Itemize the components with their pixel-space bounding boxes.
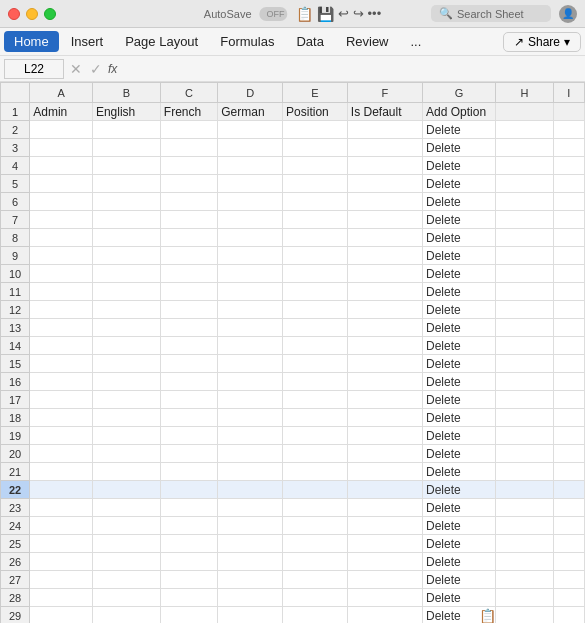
cell-7-8[interactable] [553, 211, 584, 229]
minimize-button[interactable] [26, 8, 38, 20]
header-cell-2[interactable]: French [160, 103, 217, 121]
cell-27-1[interactable] [92, 571, 160, 589]
cell-15-7[interactable] [496, 355, 553, 373]
cell-17-7[interactable] [496, 391, 553, 409]
cell-4-5[interactable] [347, 157, 422, 175]
cell-28-6[interactable]: Delete [423, 589, 496, 607]
cell-16-0[interactable] [30, 373, 93, 391]
cell-26-0[interactable] [30, 553, 93, 571]
header-cell-4[interactable]: Position [283, 103, 348, 121]
row-num-23[interactable]: 23 [1, 499, 30, 517]
header-cell-1[interactable]: English [92, 103, 160, 121]
row-num-18[interactable]: 18 [1, 409, 30, 427]
user-avatar[interactable]: 👤 [559, 5, 577, 23]
cell-15-4[interactable] [283, 355, 348, 373]
cell-2-5[interactable] [347, 121, 422, 139]
cell-16-8[interactable] [553, 373, 584, 391]
cell-29-8[interactable] [553, 607, 584, 624]
cell-26-6[interactable]: Delete [423, 553, 496, 571]
cell-7-5[interactable] [347, 211, 422, 229]
row-num-11[interactable]: 11 [1, 283, 30, 301]
cell-20-4[interactable] [283, 445, 348, 463]
cell-15-2[interactable] [160, 355, 217, 373]
autosave-toggle[interactable]: OFF [260, 7, 288, 21]
cell-19-0[interactable] [30, 427, 93, 445]
cell-3-1[interactable] [92, 139, 160, 157]
cell-3-0[interactable] [30, 139, 93, 157]
search-box[interactable]: 🔍 Search Sheet [431, 5, 551, 22]
cell-29-1[interactable] [92, 607, 160, 624]
cell-10-8[interactable] [553, 265, 584, 283]
cell-19-1[interactable] [92, 427, 160, 445]
cell-20-6[interactable]: Delete [423, 445, 496, 463]
cell-7-4[interactable] [283, 211, 348, 229]
cell-22-8[interactable] [553, 481, 584, 499]
cell-15-5[interactable] [347, 355, 422, 373]
cell-21-4[interactable] [283, 463, 348, 481]
cell-17-2[interactable] [160, 391, 217, 409]
col-header-e[interactable]: E [283, 83, 348, 103]
cell-2-7[interactable] [496, 121, 553, 139]
cell-25-0[interactable] [30, 535, 93, 553]
cell-28-0[interactable] [30, 589, 93, 607]
cell-10-1[interactable] [92, 265, 160, 283]
cell-12-0[interactable] [30, 301, 93, 319]
row-num-7[interactable]: 7 [1, 211, 30, 229]
cell-10-0[interactable] [30, 265, 93, 283]
cell-6-3[interactable] [218, 193, 283, 211]
cell-21-0[interactable] [30, 463, 93, 481]
cell-18-6[interactable]: Delete [423, 409, 496, 427]
cell-28-7[interactable] [496, 589, 553, 607]
cell-3-6[interactable]: Delete [423, 139, 496, 157]
cell-21-8[interactable] [553, 463, 584, 481]
cell-20-7[interactable] [496, 445, 553, 463]
cell-14-6[interactable]: Delete [423, 337, 496, 355]
cell-18-3[interactable] [218, 409, 283, 427]
cell-28-1[interactable] [92, 589, 160, 607]
cell-11-7[interactable] [496, 283, 553, 301]
row-num-3[interactable]: 3 [1, 139, 30, 157]
row-num-19[interactable]: 19 [1, 427, 30, 445]
cell-19-5[interactable] [347, 427, 422, 445]
cell-18-1[interactable] [92, 409, 160, 427]
cell-14-4[interactable] [283, 337, 348, 355]
cell-27-2[interactable] [160, 571, 217, 589]
cell-4-7[interactable] [496, 157, 553, 175]
cell-11-8[interactable] [553, 283, 584, 301]
cell-20-1[interactable] [92, 445, 160, 463]
cell-4-2[interactable] [160, 157, 217, 175]
cell-27-0[interactable] [30, 571, 93, 589]
cell-27-3[interactable] [218, 571, 283, 589]
cell-19-6[interactable]: Delete [423, 427, 496, 445]
row-num-26[interactable]: 26 [1, 553, 30, 571]
cell-28-5[interactable] [347, 589, 422, 607]
more-icon[interactable]: ••• [368, 6, 382, 21]
cell-25-1[interactable] [92, 535, 160, 553]
row-num-6[interactable]: 6 [1, 193, 30, 211]
undo-icon[interactable]: ↩ [338, 6, 349, 21]
col-header-d[interactable]: D [218, 83, 283, 103]
cell-11-6[interactable]: Delete [423, 283, 496, 301]
cell-6-7[interactable] [496, 193, 553, 211]
cell-4-8[interactable] [553, 157, 584, 175]
cell-28-3[interactable] [218, 589, 283, 607]
cell-25-8[interactable] [553, 535, 584, 553]
cell-26-5[interactable] [347, 553, 422, 571]
cell-5-0[interactable] [30, 175, 93, 193]
col-header-i[interactable]: I [553, 83, 584, 103]
col-header-a[interactable]: A [30, 83, 93, 103]
cell-27-7[interactable] [496, 571, 553, 589]
row-num-9[interactable]: 9 [1, 247, 30, 265]
cell-7-1[interactable] [92, 211, 160, 229]
menu-formulas[interactable]: Formulas [210, 31, 284, 52]
cell-21-6[interactable]: Delete [423, 463, 496, 481]
row-num-20[interactable]: 20 [1, 445, 30, 463]
cell-23-5[interactable] [347, 499, 422, 517]
cell-29-2[interactable] [160, 607, 217, 624]
cell-8-5[interactable] [347, 229, 422, 247]
cell-13-2[interactable] [160, 319, 217, 337]
cell-24-0[interactable] [30, 517, 93, 535]
cell-6-0[interactable] [30, 193, 93, 211]
cell-9-0[interactable] [30, 247, 93, 265]
cell-9-3[interactable] [218, 247, 283, 265]
